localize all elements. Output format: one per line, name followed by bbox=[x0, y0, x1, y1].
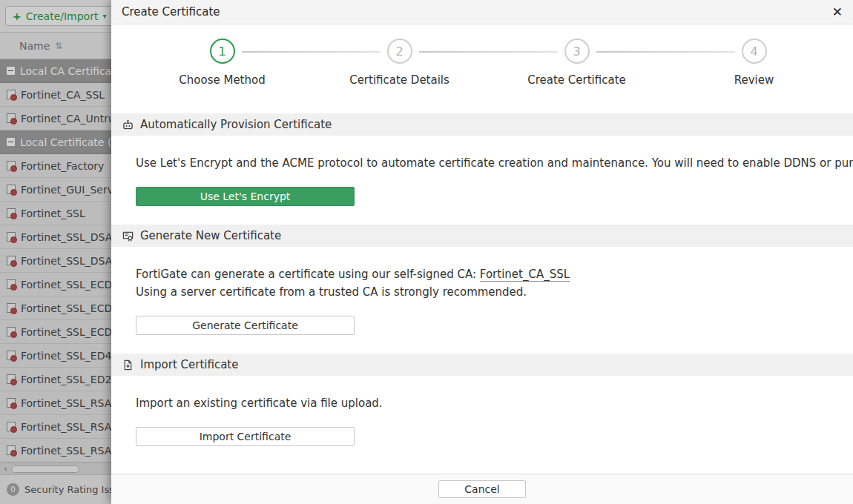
step-4-label: Review bbox=[734, 73, 774, 87]
generate-text: FortiGate can generate a certificate usi… bbox=[136, 268, 480, 281]
automation-icon bbox=[122, 119, 134, 130]
step-4-circle[interactable]: 4 bbox=[742, 39, 767, 64]
ca-link[interactable]: Fortinet_CA_SSL bbox=[480, 268, 570, 282]
step-review: 4 Review bbox=[665, 39, 843, 87]
section-title: Automatically Provision Certificate bbox=[140, 118, 332, 131]
step-2-circle[interactable]: 2 bbox=[387, 39, 412, 64]
step-3-label: Create Certificate bbox=[527, 73, 626, 87]
modal-footer: Cancel bbox=[111, 474, 853, 504]
step-2-label: Certificate Details bbox=[349, 73, 449, 87]
step-1-label: Choose Method bbox=[179, 73, 265, 87]
section-title: Generate New Certificate bbox=[140, 229, 281, 242]
import-icon bbox=[122, 359, 134, 371]
provision-description: Use Let's Encrypt and the ACME protocol … bbox=[111, 136, 853, 172]
certificate-seal-icon bbox=[122, 231, 134, 242]
modal-title: Create Certificate bbox=[122, 5, 220, 19]
step-certificate-details: 2 Certificate Details bbox=[311, 39, 488, 87]
generate-line-1: FortiGate can generate a certificate usi… bbox=[136, 265, 846, 283]
generate-line-2: Using a server certificate from a truste… bbox=[136, 283, 846, 301]
modal-titlebar: Create Certificate ✕ bbox=[111, 0, 853, 24]
close-icon[interactable]: ✕ bbox=[832, 6, 843, 19]
import-description: Import an existing certificate via file … bbox=[111, 376, 853, 412]
section-header-provision: Automatically Provision Certificate bbox=[111, 113, 853, 136]
step-create-certificate: 3 Create Certificate bbox=[488, 39, 665, 87]
cancel-button[interactable]: Cancel bbox=[438, 480, 526, 498]
generate-certificate-button[interactable]: Generate Certificate bbox=[136, 316, 355, 335]
step-choose-method: 1 Choose Method bbox=[134, 39, 311, 87]
use-lets-encrypt-button[interactable]: Use Let's Encrypt bbox=[136, 187, 355, 206]
step-1-circle[interactable]: 1 bbox=[210, 39, 235, 64]
wizard-stepper: 1 Choose Method 2 Certificate Details 3 … bbox=[111, 24, 853, 98]
section-title: Import Certificate bbox=[140, 358, 238, 371]
section-header-import: Import Certificate bbox=[111, 354, 853, 376]
section-header-generate: Generate New Certificate bbox=[111, 225, 853, 247]
step-3-circle[interactable]: 3 bbox=[564, 39, 590, 64]
generate-description: FortiGate can generate a certificate usi… bbox=[111, 247, 853, 301]
create-certificate-modal: Create Certificate ✕ 1 Choose Method 2 C… bbox=[111, 0, 853, 504]
import-certificate-button[interactable]: Import Certificate bbox=[136, 427, 355, 446]
